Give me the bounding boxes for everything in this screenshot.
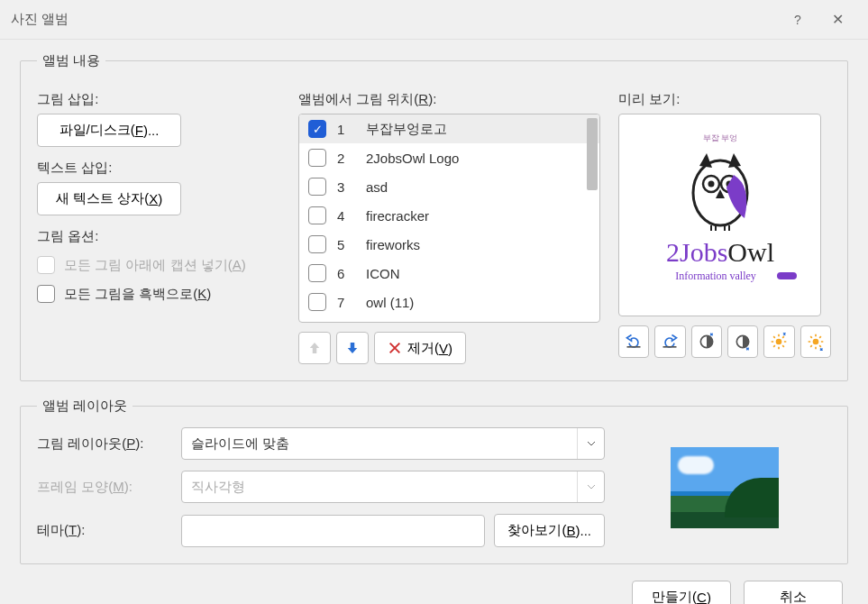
brightness-up-button[interactable] (763, 325, 794, 358)
create-button[interactable]: 만들기(C) (632, 581, 731, 604)
list-item-checkbox[interactable]: ✓ (308, 120, 326, 138)
list-item-checkbox[interactable] (308, 264, 326, 282)
file-disk-button[interactable]: 파일/디스크(F)... (37, 114, 181, 147)
list-item-name: 2JobsOwl Logo (366, 151, 590, 166)
list-item[interactable]: 5fireworks (299, 230, 599, 259)
list-item-name: firecracker (366, 208, 590, 224)
rotate-right-icon (661, 333, 679, 351)
listbox-items: ✓1부잡부엉로고22JobsOwl Logo3asd4firecracker5f… (299, 114, 599, 316)
list-item-name: ICON (366, 266, 590, 281)
contrast-down-button[interactable] (727, 325, 758, 358)
list-item[interactable]: ✓1부잡부엉로고 (299, 114, 599, 143)
list-item-name: owl (11) (366, 295, 590, 310)
list-item-checkbox[interactable] (308, 178, 326, 196)
bw-checkbox[interactable] (37, 285, 55, 303)
close-button[interactable]: ✕ (818, 5, 857, 34)
close-icon: ✕ (832, 11, 844, 28)
list-item-name: 부잡부엉로고 (366, 121, 590, 138)
brightness-down-icon (807, 333, 825, 351)
contrast-up-button[interactable] (691, 325, 722, 358)
contrast-down-icon (734, 333, 752, 351)
titlebar: 사진 앨범 ? ✕ (0, 0, 868, 40)
album-content-group: 앨범 내용 그림 삽입: 파일/디스크(F)... 텍스트 삽입: 새 텍스트 … (20, 52, 848, 381)
rotate-right-button[interactable] (654, 325, 685, 358)
list-item-number: 6 (337, 266, 355, 281)
svg-point-12 (812, 339, 818, 345)
theme-label: 테마(T): (37, 522, 169, 539)
picture-layout-select[interactable]: 슬라이드에 맞춤 (181, 427, 605, 460)
list-item-checkbox[interactable] (308, 235, 326, 253)
insert-picture-label: 그림 삽입: (37, 91, 280, 108)
list-item-number: 1 (337, 122, 355, 137)
contrast-up-icon (698, 333, 716, 351)
album-layout-group: 앨범 레이아웃 그림 레이아웃(P): 슬라이드에 맞춤 프레임 모양(M): … (20, 398, 848, 564)
svg-point-4 (708, 180, 714, 187)
arrow-up-icon (306, 340, 323, 356)
help-button[interactable]: ? (778, 5, 818, 34)
album-content-legend: 앨범 내용 (37, 52, 105, 69)
list-item[interactable]: 22JobsOwl Logo (299, 143, 599, 172)
chevron-down-icon (577, 428, 604, 459)
frame-shape-value: 직사각형 (191, 479, 245, 496)
arrow-down-icon (344, 340, 361, 356)
caption-checkbox (37, 256, 55, 274)
position-label: 앨범에서 그림 위치(R): (298, 91, 600, 108)
browse-button[interactable]: 찾아보기(B)... (494, 514, 605, 547)
dialog-content: 앨범 내용 그림 삽입: 파일/디스크(F)... 텍스트 삽입: 새 텍스트 … (0, 40, 868, 604)
list-item[interactable]: 7owl (11) (299, 288, 599, 316)
list-item[interactable]: 4firecracker (299, 201, 599, 230)
move-down-button[interactable] (336, 332, 369, 364)
preview-image: 부잡 부엉 (626, 121, 815, 310)
list-item-checkbox[interactable] (308, 293, 326, 311)
picture-listbox[interactable]: ✓1부잡부엉로고22JobsOwl Logo3asd4firecracker5f… (298, 114, 600, 323)
list-item-name: fireworks (366, 237, 590, 252)
svg-text:Information valley: Information valley (675, 270, 756, 282)
bw-checkbox-label: 모든 그림을 흑백으로(K) (64, 286, 211, 303)
svg-rect-8 (777, 272, 797, 279)
svg-point-11 (776, 339, 782, 345)
cancel-button[interactable]: 취소 (744, 581, 843, 604)
list-item-number: 4 (337, 208, 355, 224)
list-item-number: 2 (337, 151, 355, 166)
caption-checkbox-row: 모든 그림 아래에 캡션 넣기(A) (37, 256, 280, 274)
list-item-number: 3 (337, 179, 355, 195)
preview-tool-row (618, 325, 831, 358)
layout-preview (617, 447, 831, 528)
album-layout-legend: 앨범 레이아웃 (37, 398, 132, 415)
svg-text:부잡 부엉: 부잡 부엉 (702, 133, 737, 142)
list-item[interactable]: 3asd (299, 172, 599, 201)
help-icon: ? (794, 13, 801, 27)
rotate-left-button[interactable] (618, 325, 649, 358)
preview-box: 부잡 부엉 (618, 114, 821, 316)
listbox-scrollbar[interactable] (587, 116, 598, 320)
list-item[interactable]: 6ICON (299, 259, 599, 288)
picture-layout-value: 슬라이드에 맞춤 (191, 435, 289, 453)
brightness-up-icon (770, 333, 788, 351)
new-textbox-button[interactable]: 새 텍스트 상자(X) (37, 182, 181, 215)
preview-column: 미리 보기: 부잡 부엉 (618, 82, 831, 364)
list-item-checkbox[interactable] (308, 206, 326, 224)
bw-checkbox-row[interactable]: 모든 그림을 흑백으로(K) (37, 285, 280, 303)
scroll-thumb[interactable] (587, 118, 598, 190)
brightness-down-button[interactable] (800, 325, 831, 358)
insert-text-label: 텍스트 삽입: (37, 160, 280, 177)
preview-label: 미리 보기: (618, 91, 831, 108)
layout-preview-thumb (671, 447, 779, 528)
remove-button[interactable]: 제거(V) (374, 332, 466, 364)
chevron-down-icon (577, 471, 604, 502)
list-item-checkbox[interactable] (308, 149, 326, 167)
insert-column: 그림 삽입: 파일/디스크(F)... 텍스트 삽입: 새 텍스트 상자(X) … (37, 82, 280, 364)
picture-layout-label: 그림 레이아웃(P): (37, 435, 169, 453)
frame-shape-label: 프레임 모양(M): (37, 479, 169, 496)
window-title: 사진 앨범 (11, 11, 778, 28)
list-item-number: 5 (337, 237, 355, 252)
remove-x-icon (388, 341, 402, 355)
move-up-button (298, 332, 331, 364)
picture-options-label: 그림 옵션: (37, 228, 280, 245)
list-tool-row: 제거(V) (298, 332, 600, 364)
position-column: 앨범에서 그림 위치(R): ✓1부잡부엉로고22JobsOwl Logo3as… (298, 82, 600, 364)
frame-shape-select: 직사각형 (181, 471, 605, 503)
theme-input[interactable] (181, 515, 485, 547)
caption-checkbox-label: 모든 그림 아래에 캡션 넣기(A) (64, 257, 246, 274)
list-item-name: asd (366, 179, 590, 195)
